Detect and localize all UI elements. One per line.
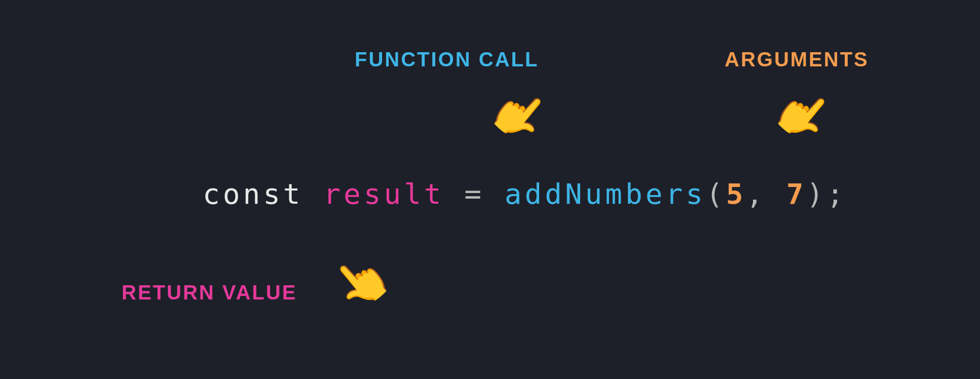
code-line: const result = addNumbers(5, 7); [203,177,847,210]
pointer-icon-arguments: 👆 [767,79,840,150]
token-semicolon: ; [826,177,847,210]
token-arg2: 7 [786,177,807,210]
token-paren-close: ) [807,177,827,210]
token-paren-open: ( [706,177,726,210]
token-keyword: const [203,177,304,210]
token-function-name: addNumbers [505,177,706,210]
pointer-icon-function-call: 👆 [483,79,556,150]
label-return-value: RETURN VALUE [122,281,297,304]
pointer-icon-return-value: 👆 [324,246,397,317]
token-comma: , [746,177,766,210]
token-equals: = [464,177,484,210]
token-arg1: 5 [726,177,746,210]
label-function-call: FUNCTION CALL [355,48,539,71]
label-arguments: ARGUMENTS [725,48,869,71]
token-variable: result [323,177,444,210]
